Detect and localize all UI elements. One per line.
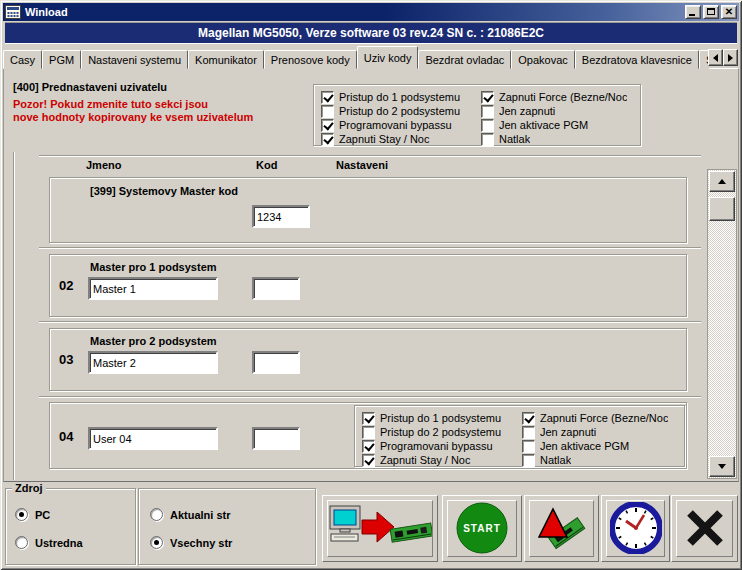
radio-button[interactable] [150, 508, 163, 521]
radio-label: PC [35, 509, 50, 521]
checkbox-option: Natlak [481, 132, 641, 146]
pages-radio-group: Aktualni strVsechny str [139, 489, 315, 564]
checkbox[interactable] [362, 454, 375, 467]
user-04-options-panel: Pristup do 1 podsystemuPristup do 2 pods… [354, 405, 685, 467]
checkbox[interactable] [362, 412, 375, 425]
close-icon: ✕ [722, 6, 736, 18]
tab-uziv-kody[interactable]: Uziv kody [357, 46, 419, 69]
radio-button[interactable] [15, 536, 28, 549]
window-title: Winload [25, 6, 68, 18]
tab-bezdratova-klavesnice[interactable]: Bezdratova klavesnice [575, 50, 699, 69]
tab-bezdrat-ovladac[interactable]: Bezdrat ovladac [418, 50, 511, 69]
checkbox[interactable] [362, 440, 375, 453]
checkbox[interactable] [321, 91, 334, 104]
maximize-button[interactable] [703, 5, 719, 19]
master-code-input[interactable] [252, 205, 310, 228]
user-04-code-input[interactable] [252, 427, 300, 450]
user-04-name-input[interactable] [88, 427, 218, 450]
checkbox-option: Pristup do 1 podsystemu [321, 90, 481, 104]
checkbox[interactable] [522, 412, 535, 425]
tab-scroll-right-button[interactable] [723, 49, 738, 66]
tab-nastaveni-systemu[interactable]: Nastaveni systemu [81, 50, 188, 69]
checkbox-label: Natlak [540, 454, 571, 466]
tab-label: Bezdrat ovladac [425, 54, 504, 66]
checkbox-label: Pristup do 1 podsystemu [380, 412, 501, 424]
tab-scroll-left-button[interactable] [708, 49, 723, 66]
tab-label: PGM [49, 54, 74, 66]
user-02-number: 02 [59, 278, 73, 293]
checkbox-option: Jen zapnuti [481, 104, 641, 118]
radio-button[interactable] [15, 508, 28, 521]
tab-label: Bezdratova klavesnice [582, 54, 692, 66]
radio-label: Aktualni str [170, 509, 231, 521]
exit-button[interactable] [676, 500, 733, 557]
maximize-icon [707, 8, 715, 15]
tab-page-uziv-kody: [400] Prednastaveni uzivatelu Pozor! Pok… [3, 68, 739, 482]
start-button[interactable]: START [447, 500, 517, 557]
checkbox-option: Zapnuti Force (Bezne/Noc [481, 90, 641, 104]
checkbox[interactable] [321, 133, 334, 146]
module-alert-icon [538, 506, 586, 552]
checkbox-label: Programovani bypassu [380, 440, 493, 452]
send-to-panel-button[interactable] [327, 500, 433, 557]
user-03-name-input[interactable] [88, 351, 218, 374]
column-header-nastaveni: Nastaveni [336, 159, 388, 171]
checkbox-option: Jen aktivace PGM [522, 439, 682, 453]
module-alert-button[interactable] [529, 500, 594, 557]
checkbox-option: Pristup do 2 podsystemu [362, 425, 522, 439]
checkbox[interactable] [522, 454, 535, 467]
radio-button[interactable] [150, 536, 163, 549]
checkbox[interactable] [522, 440, 535, 453]
scrollbar-thumb[interactable] [709, 197, 735, 221]
user-04-number: 04 [59, 429, 73, 444]
user-row-04: 04 Pristup do 1 podsystemuPristup do 2 p… [49, 402, 687, 469]
close-x-icon [682, 507, 728, 551]
radio-label: Ustredna [35, 537, 83, 549]
tab-casy[interactable]: Casy [3, 50, 42, 69]
radio-option: Aktualni str [150, 508, 315, 521]
checkbox[interactable] [481, 119, 494, 132]
checkbox-label: Zapnuti Stay / Noc [380, 454, 471, 466]
zdroj-groupbox: Zdroj PCUstredna [5, 488, 136, 565]
checkbox-option: Pristup do 1 podsystemu [362, 411, 522, 425]
exit-button-cell [671, 495, 738, 562]
checkbox-option: Natlak [522, 453, 682, 467]
user-03-code-input[interactable] [252, 351, 300, 374]
tab-label: Casy [10, 54, 35, 66]
title-bar[interactable]: Winload ✕ [3, 3, 739, 21]
clock-button[interactable] [606, 500, 665, 557]
vertical-scrollbar[interactable] [707, 169, 737, 479]
start-label: START [463, 523, 501, 534]
tab-komunikator[interactable]: Komunikator [188, 50, 264, 69]
column-header-jmeno: Jmeno [86, 159, 121, 171]
checkbox[interactable] [362, 426, 375, 439]
checkbox-label: Zapnuti Stay / Noc [339, 133, 430, 145]
tab-scroll-arrows [708, 49, 738, 66]
warning-line-2: nove hodnoty kopirovany ke vsem uzivatel… [13, 111, 253, 123]
tab-strip: CasyPGMNastaveni systemuKomunikatorPreno… [3, 46, 709, 69]
checkbox[interactable] [481, 133, 494, 146]
checkbox-label: Zapnuti Force (Bezne/Noc [540, 412, 668, 424]
tab-label: Prenosove kody [271, 54, 350, 66]
user-02-code-input[interactable] [252, 277, 300, 300]
master-code-row: [399] Systemovy Master kod [49, 177, 687, 243]
tab-prenosove-kody[interactable]: Prenosove kody [264, 50, 357, 69]
checkbox-label: Pristup do 2 podsystemu [380, 426, 501, 438]
minimize-button[interactable] [685, 5, 701, 19]
checkbox[interactable] [321, 105, 334, 118]
scroll-down-button[interactable] [709, 456, 735, 477]
checkbox[interactable] [522, 426, 535, 439]
tab-opakovac[interactable]: Opakovac [511, 50, 575, 69]
warning-line-1: Pozor! Pokud zmenite tuto sekci jsou [13, 98, 208, 110]
checkbox[interactable] [321, 119, 334, 132]
radio-label: Vsechny str [170, 537, 232, 549]
preset-options-panel: Pristup do 1 podsystemuPristup do 2 pods… [313, 84, 641, 146]
radio-option: Ustredna [15, 536, 135, 549]
scroll-up-button[interactable] [709, 171, 735, 192]
checkbox[interactable] [481, 105, 494, 118]
user-02-name-input[interactable] [88, 277, 218, 300]
tab-pgm[interactable]: PGM [42, 50, 81, 69]
close-button[interactable]: ✕ [721, 5, 737, 19]
checkbox-option: Programovani bypassu [321, 118, 481, 132]
checkbox[interactable] [481, 91, 494, 104]
